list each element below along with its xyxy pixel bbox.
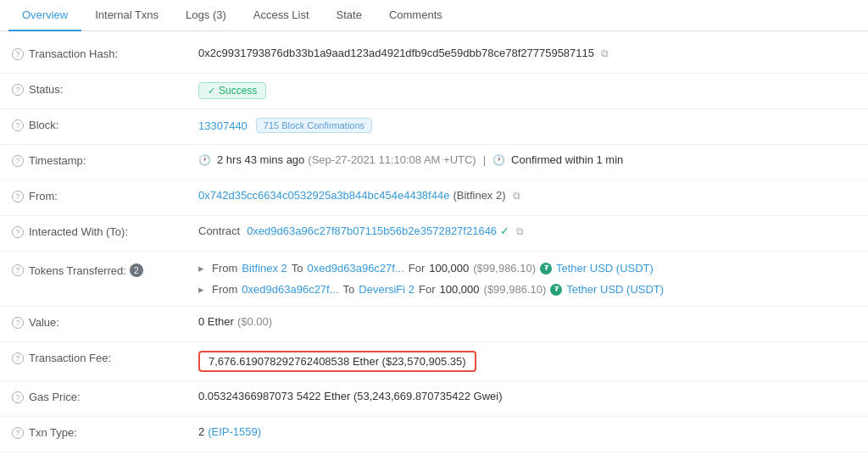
value-value: 0 Ether ($0.00): [198, 315, 856, 328]
from-address-link[interactable]: 0x742d35cc6634c0532925a3b844bc454e4438f4…: [198, 189, 449, 202]
token-name-1[interactable]: Tether USD (USDT): [556, 262, 654, 275]
row-block: ? Block: 13307440 715 Block Confirmation…: [0, 109, 868, 145]
value-transaction-hash: 0x2c9931793876db33b1a9aad123ad4921dfb9cd…: [198, 47, 856, 59]
help-icon-fee[interactable]: ?: [12, 352, 24, 364]
help-icon-txn-type[interactable]: ?: [12, 427, 24, 439]
label-block: ? Block:: [12, 118, 198, 131]
token-name-2[interactable]: Tether USD (USDT): [566, 283, 664, 296]
overview-content: ? Transaction Hash: 0x2c9931793876db33b1…: [0, 31, 868, 459]
label-gas-price: ? Gas Price:: [12, 390, 198, 403]
row-transaction-fee: ? Transaction Fee: 7,676.619078292762408…: [0, 342, 868, 381]
label-interacted-with: ? Interacted With (To):: [12, 225, 198, 238]
tab-state[interactable]: State: [323, 0, 376, 31]
tab-bar: Overview Internal Txns Logs (3) Access L…: [0, 0, 868, 31]
help-icon-block[interactable]: ?: [12, 119, 24, 131]
value-tokens-transferred: ▸ From Bitfinex 2 To 0xed9d63a96c27f... …: [198, 260, 856, 297]
label-tokens-transferred: ? Tokens Transferred: 2: [12, 260, 198, 277]
tab-internal-txns[interactable]: Internal Txns: [81, 0, 172, 31]
contract-address-link[interactable]: 0xed9d63a96c27f87b07115b56b2e3572827f216…: [247, 225, 497, 237]
bullet-2: ▸: [198, 283, 204, 296]
label-timestamp: ? Timestamp:: [12, 153, 198, 167]
help-icon-from[interactable]: ?: [12, 191, 24, 202]
tab-comments[interactable]: Comments: [376, 0, 456, 31]
token-to-2[interactable]: DeversiFi 2: [359, 283, 415, 296]
label-value: ? Value:: [12, 315, 198, 329]
row-from: ? From: 0x742d35cc6634c0532925a3b844bc45…: [0, 180, 868, 216]
help-icon-gas[interactable]: ?: [12, 391, 24, 403]
token-from-1[interactable]: Bitfinex 2: [242, 262, 287, 275]
row-txn-type: ? Txn Type: 2 (EIP-1559): [0, 417, 868, 452]
status-badge: Success: [198, 82, 266, 99]
value-gas-price: 0.05324366987073 5422 Ether (53,243,669.…: [198, 390, 856, 402]
eip-link[interactable]: (EIP-1559): [208, 425, 261, 438]
label-status: ? Status:: [12, 82, 198, 96]
tokens-count-badge: 2: [130, 264, 143, 277]
value-status: Success: [198, 82, 856, 99]
tabs-container: Overview Internal Txns Logs (3) Access L…: [0, 0, 868, 31]
block-number-link[interactable]: 13307440: [198, 119, 248, 132]
tab-access-list[interactable]: Access List: [240, 0, 323, 31]
label-from: ? From:: [12, 189, 198, 202]
token-transfer-row-1: ▸ From Bitfinex 2 To 0xed9d63a96c27f... …: [198, 260, 654, 276]
value-transaction-fee: 7,676.619078292762408538 Ether ($23,570,…: [198, 351, 856, 372]
row-value: ? Value: 0 Ether ($0.00): [0, 307, 868, 342]
row-transaction-hash: ? Transaction Hash: 0x2c9931793876db33b1…: [0, 38, 868, 74]
tether-icon-2: ₮: [550, 284, 562, 296]
row-status: ? Status: Success: [0, 74, 868, 109]
tab-overview[interactable]: Overview: [8, 0, 81, 31]
token-transfer-row-2: ▸ From 0xed9d63a96c27f... To DeversiFi 2…: [198, 281, 664, 297]
copy-icon-tx-hash[interactable]: ⧉: [601, 47, 613, 59]
row-gas-price: ? Gas Price: 0.05324366987073 5422 Ether…: [0, 381, 868, 417]
value-txn-type: 2 (EIP-1559): [198, 425, 856, 438]
row-interacted-with: ? Interacted With (To): Contract 0xed9d6…: [0, 216, 868, 252]
verified-icon: ✓: [500, 225, 509, 237]
token-to-1[interactable]: 0xed9d63a96c27f...: [308, 262, 404, 275]
value-block: 13307440 715 Block Confirmations: [198, 118, 856, 133]
tether-icon-1: ₮: [540, 263, 552, 275]
copy-icon-contract[interactable]: ⧉: [516, 225, 528, 237]
confirmations-badge: 715 Block Confirmations: [256, 118, 372, 133]
help-icon-timestamp[interactable]: ?: [12, 155, 24, 167]
transaction-fee-box: 7,676.619078292762408538 Ether ($23,570,…: [198, 351, 476, 372]
row-timestamp: ? Timestamp: 🕐 2 hrs 43 mins ago (Sep-27…: [0, 145, 868, 180]
value-timestamp: 🕐 2 hrs 43 mins ago (Sep-27-2021 11:10:0…: [198, 153, 856, 166]
tab-logs[interactable]: Logs (3): [172, 0, 240, 31]
help-icon-value[interactable]: ?: [12, 317, 24, 329]
help-icon-status[interactable]: ?: [12, 84, 24, 96]
bullet-1: ▸: [198, 262, 204, 275]
token-from-2[interactable]: 0xed9d63a96c27f...: [242, 283, 338, 296]
value-interacted-with: Contract 0xed9d63a96c27f87b07115b56b2e35…: [198, 225, 856, 237]
label-txn-type: ? Txn Type:: [12, 425, 198, 439]
copy-icon-from[interactable]: ⧉: [513, 190, 525, 202]
label-transaction-fee: ? Transaction Fee:: [12, 351, 198, 364]
help-icon-tokens[interactable]: ?: [12, 264, 24, 276]
help-icon-tx-hash[interactable]: ?: [12, 48, 24, 60]
clock-icon: 🕐: [198, 154, 211, 166]
row-tokens-transferred: ? Tokens Transferred: 2 ▸ From Bitfinex …: [0, 252, 868, 307]
confirmed-icon: 🕐: [492, 154, 505, 166]
value-from: 0x742d35cc6634c0532925a3b844bc454e4438f4…: [198, 189, 856, 202]
label-transaction-hash: ? Transaction Hash:: [12, 47, 198, 60]
help-icon-interacted[interactable]: ?: [12, 226, 24, 238]
